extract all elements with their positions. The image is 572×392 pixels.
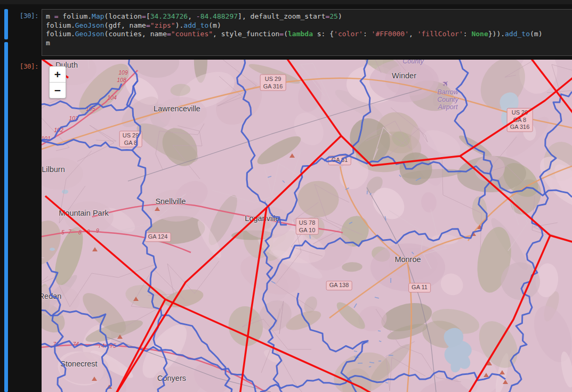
exit-number-label: 102 (54, 127, 63, 133)
exit-number-label: 8 (78, 229, 82, 235)
map-zoom-control: + − (49, 66, 66, 99)
zoom-in-button[interactable]: + (50, 67, 66, 83)
airport-icon: ✈ (440, 78, 452, 89)
road-shield: US 78GA 10 (296, 218, 319, 235)
area-label: County (402, 60, 424, 65)
area-label: County (437, 96, 458, 103)
area-label: Airport (438, 103, 458, 111)
exit-number-label: 9 (96, 227, 99, 234)
town-label: Snellville (155, 197, 186, 206)
exit-number-label: 108 (117, 77, 126, 83)
exit-number-label: 75 (110, 342, 116, 349)
town-label: Lilburn (42, 165, 65, 174)
exit-number-label: 9 (87, 228, 90, 235)
town-label: Monroe (394, 255, 421, 264)
code-editor[interactable]: m = folium.Map(location=[34.234726, -84.… (42, 9, 572, 56)
road-shield: GA 138 (326, 281, 352, 290)
road-shield: US 29GA 8 (119, 131, 142, 148)
code-line: folium.GeoJson(gdf, name="zips").add_to(… (46, 21, 572, 30)
exit-number-label: 101 (42, 135, 51, 142)
code-line: folium.GeoJson(counties, name="counties"… (46, 30, 572, 39)
exit-number-label: 109 (118, 69, 128, 76)
town-label: Redan (42, 292, 61, 300)
road-shield: US 29GA 8GA 316 (507, 108, 533, 132)
input-prompt: [30]: (0, 12, 38, 20)
area-label: Barrow (437, 88, 458, 96)
cell-focus-bar-output[interactable] (4, 42, 8, 392)
road-shield: GA 11 (408, 283, 431, 292)
exit-number-label: 105 (86, 105, 95, 112)
exit-number-label: 5 (61, 229, 65, 235)
town-label: Loganville (245, 214, 279, 223)
map-canvas[interactable]: DuluthLawrencevilleWinderLilburnMountain… (42, 60, 572, 392)
notebook-top-strip (0, 0, 572, 4)
output-prompt: [30]: (0, 62, 38, 70)
town-label: Winder (392, 71, 416, 80)
code-line: m (46, 39, 572, 48)
town-label: Stonecrest (60, 360, 97, 368)
exit-number-label: 7 (68, 228, 71, 235)
map-label-layer: DuluthLawrencevilleWinderLilburnMountain… (42, 60, 572, 392)
road-shield: GA 124 (145, 232, 171, 242)
exit-number-label: 74 (72, 341, 79, 347)
zoom-out-button[interactable]: − (50, 83, 66, 98)
exit-number-label: 104 (107, 94, 117, 101)
exit-number-label: 71 (53, 341, 59, 347)
road-shield: US 29GA 316 (260, 75, 286, 91)
exit-number-label: 103 (69, 115, 78, 121)
town-label: Mountain Park (59, 209, 109, 217)
town-label: Conyers (157, 374, 186, 382)
town-label: Lawrenceville (154, 104, 200, 113)
code-line: m = folium.Map(location=[34.234726, -84.… (46, 12, 572, 21)
exit-number-label: 74 (98, 342, 104, 349)
road-shield: GA 81 (328, 156, 351, 165)
